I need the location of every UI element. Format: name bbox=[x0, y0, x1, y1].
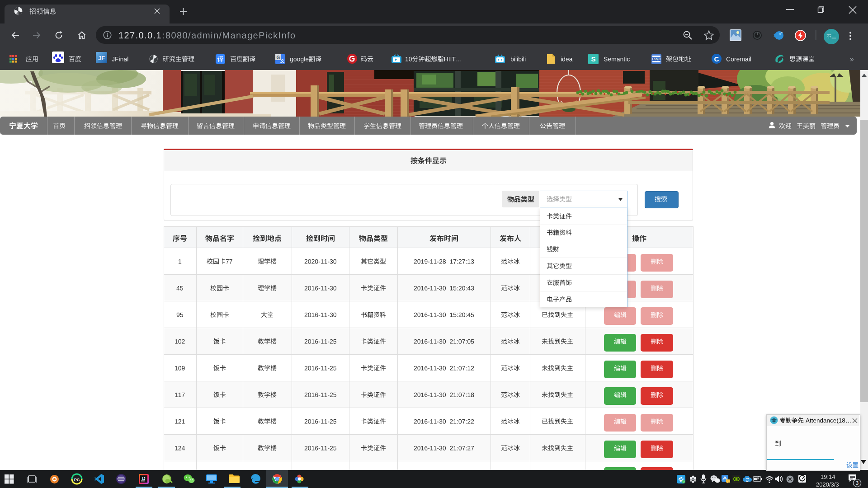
svg-text:PC: PC bbox=[74, 478, 80, 482]
svg-text:IJ: IJ bbox=[142, 476, 145, 481]
svg-text:G: G bbox=[277, 55, 280, 60]
svg-text:3: 3 bbox=[856, 480, 859, 486]
svg-text:S: S bbox=[591, 55, 595, 63]
svg-text:C: C bbox=[714, 55, 719, 63]
svg-text:MVN: MVN bbox=[653, 58, 660, 61]
svg-text:JF: JF bbox=[98, 55, 105, 61]
